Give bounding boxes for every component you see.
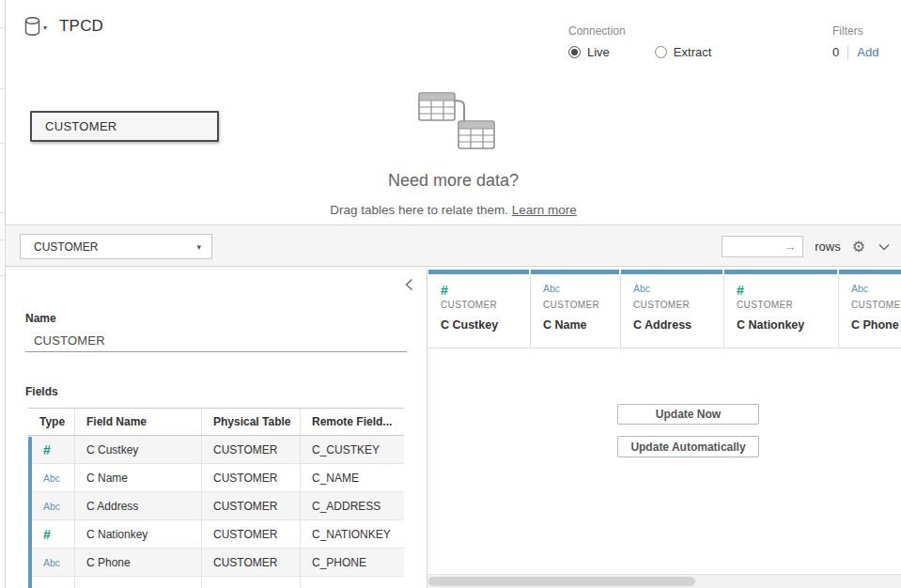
strip-divider: [0, 240, 5, 240]
collapse-panel-icon[interactable]: [405, 278, 413, 295]
table-details-panel: Name CUSTOMER Fields TypeField NamePhysi…: [6, 267, 427, 588]
column-header-cell[interactable]: AbcCUSTOMERC Address: [621, 274, 724, 348]
tableau-datasource-page: ▾ TPCD Connection Live Extract Filters 0: [0, 0, 901, 588]
scrollbar-thumb[interactable]: [428, 577, 695, 586]
field-type-cell: #: [28, 436, 75, 463]
number-type-icon: #: [441, 283, 524, 297]
gear-icon[interactable]: ⚙: [852, 240, 865, 255]
string-type-icon: Abc: [851, 283, 901, 297]
field-row[interactable]: #C CustkeyCUSTOMERC_CUSTKEY: [28, 436, 404, 464]
column-field-name: C Address: [633, 318, 718, 332]
field-row[interactable]: AbcC AddressCUSTOMERC_ADDRESS: [28, 492, 404, 520]
filters-add-link[interactable]: Add: [857, 45, 878, 59]
grid-horizontal-scrollbar[interactable]: [427, 574, 901, 588]
datasource-header: ▾ TPCD: [24, 17, 103, 36]
field-row[interactable]: AbcC NameCUSTOMERC_NAME: [28, 464, 404, 492]
grid-column-header[interactable]: AbcCUSTOMERC Phone: [839, 270, 901, 348]
relationship-canvas: ▾ TPCD Connection Live Extract Filters 0: [6, 0, 901, 225]
strip-divider: [0, 27, 5, 28]
connection-label: Connection: [568, 24, 711, 38]
fields-column-header[interactable]: Field Name: [75, 409, 202, 435]
column-table-caption: CUSTOMER: [851, 300, 901, 310]
fields-table-body: #C CustkeyCUSTOMERC_CUSTKEYAbcC NameCUST…: [28, 436, 404, 588]
radio-live-icon[interactable]: [568, 46, 581, 58]
strip-divider: [0, 212, 5, 213]
remote-field-cell: C_NAME: [301, 464, 404, 491]
field-row[interactable]: AbcC PhoneCUSTOMERC_PHONE: [28, 549, 404, 577]
empty-state-title: Need more data?: [6, 171, 901, 191]
fields-table-accent-bar: [28, 437, 32, 588]
database-icon[interactable]: [24, 17, 40, 36]
grid-column-header[interactable]: AbcCUSTOMERC Address: [621, 270, 724, 348]
grid-column-header[interactable]: AbcCUSTOMERC Name: [531, 270, 621, 348]
field-name-cell: C Phone: [75, 549, 202, 576]
rows-count-input[interactable]: →: [722, 236, 803, 257]
empty-state-subtitle: Drag tables here to relate them.: [330, 203, 508, 217]
table-selector-value: CUSTOMER: [34, 240, 98, 254]
filters-section: Filters 0 Add: [832, 24, 878, 59]
remote-field-cell: C_NATIONKEY: [301, 520, 404, 548]
column-header-cell[interactable]: AbcCUSTOMERC Name: [531, 274, 621, 348]
strip-divider: [0, 275, 5, 276]
update-now-button[interactable]: Update Now: [617, 404, 759, 425]
filters-count: 0: [832, 45, 839, 59]
string-type-icon: Abc: [633, 283, 718, 294]
column-header-cell[interactable]: #CUSTOMERC Nationkey: [724, 274, 839, 348]
physical-table-cell: CUSTOMER: [202, 436, 301, 463]
string-type-icon: Abc: [43, 557, 60, 568]
physical-table-cell: CUSTOMER: [202, 549, 301, 576]
radio-extract-label: Extract: [674, 45, 711, 59]
fields-column-header[interactable]: Physical Table: [202, 409, 301, 435]
fields-table: TypeField NamePhysical TableRemote Field…: [28, 408, 404, 588]
number-type-icon: #: [441, 283, 524, 298]
remote-field-cell: C_CUSTKEY: [301, 436, 404, 463]
field-row-partial[interactable]: [28, 577, 404, 588]
radio-extract[interactable]: Extract: [655, 45, 711, 59]
grid-left-border: [428, 348, 429, 573]
empty-cell: [202, 577, 301, 588]
string-type-icon: Abc: [543, 283, 614, 297]
number-type-icon: #: [737, 283, 832, 297]
grid-header-underline: [427, 348, 901, 348]
empty-cell: [75, 577, 202, 588]
column-field-name: C Custkey: [441, 318, 524, 332]
datagrid-toolbar: CUSTOMER ▾ → rows ⚙: [6, 225, 901, 267]
table-name-input[interactable]: CUSTOMER: [25, 329, 407, 352]
column-table-caption: CUSTOMER: [633, 300, 718, 310]
learn-more-link[interactable]: Learn more: [512, 203, 577, 217]
datasource-title[interactable]: TPCD: [59, 17, 103, 36]
fields-column-header[interactable]: Remote Field...: [301, 409, 404, 435]
radio-extract-icon[interactable]: [655, 46, 667, 58]
connection-section: Connection Live Extract: [568, 24, 711, 59]
radio-live[interactable]: Live: [568, 45, 610, 59]
update-automatically-button[interactable]: Update Automatically: [617, 436, 759, 457]
fields-column-header[interactable]: Type: [28, 409, 75, 435]
empty-cell: [301, 577, 404, 588]
data-preview-grid: #CUSTOMERC CustkeyAbcCUSTOMERC NameAbcCU…: [427, 267, 901, 588]
grid-column-header[interactable]: #CUSTOMERC Custkey: [428, 270, 531, 348]
number-type-icon: #: [43, 527, 51, 542]
grid-column-header[interactable]: #CUSTOMERC Nationkey: [724, 270, 839, 348]
field-name-cell: C Name: [75, 464, 202, 491]
field-name-cell: C Nationkey: [75, 520, 202, 548]
physical-table-cell: CUSTOMER: [202, 492, 301, 519]
database-caret-icon[interactable]: ▾: [43, 23, 47, 32]
empty-state: Need more data? Drag tables here to rela…: [6, 90, 901, 217]
empty-cell: [28, 577, 75, 588]
string-type-icon: Abc: [43, 472, 60, 484]
filters-divider: [847, 46, 848, 59]
field-name-cell: C Address: [75, 492, 202, 519]
rows-label: rows: [815, 240, 840, 254]
column-header-cell[interactable]: AbcCUSTOMERC Phone: [839, 274, 901, 348]
chevron-down-icon[interactable]: [878, 243, 890, 251]
strip-divider: [0, 88, 5, 89]
column-header-cell[interactable]: #CUSTOMERC Custkey: [428, 274, 531, 348]
field-row[interactable]: #C NationkeyCUSTOMERC_NATIONKEY: [28, 520, 404, 549]
string-type-icon: Abc: [543, 283, 614, 294]
radio-live-label: Live: [587, 45, 610, 59]
number-type-icon: #: [737, 283, 832, 298]
physical-table-cell: CUSTOMER: [202, 520, 301, 548]
table-selector-dropdown[interactable]: CUSTOMER ▾: [20, 234, 212, 259]
enter-arrow-icon: →: [784, 240, 796, 254]
number-type-icon: #: [43, 442, 51, 457]
